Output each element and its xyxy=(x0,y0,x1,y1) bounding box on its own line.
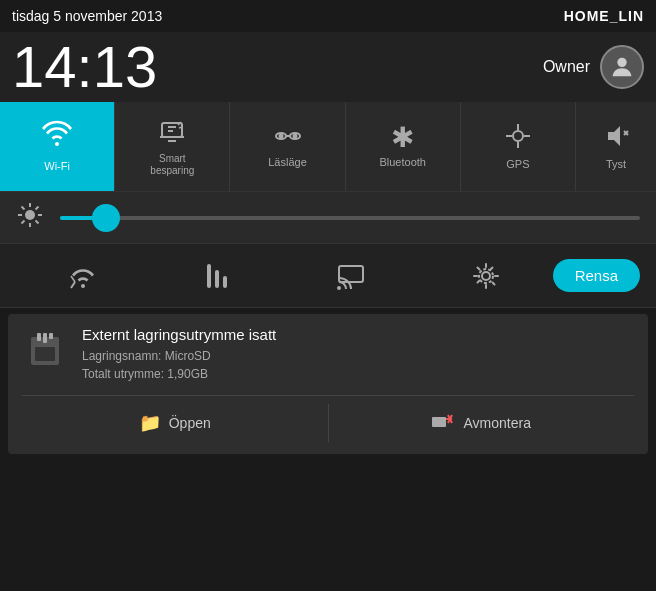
notification-sub2: Totalt utrymme: 1,90GB xyxy=(82,365,634,383)
cast-icon[interactable] xyxy=(284,244,418,307)
tyst-label: Tyst xyxy=(606,158,626,171)
brightness-row xyxy=(0,192,656,244)
qs-tile-gps[interactable]: GPS xyxy=(461,102,576,191)
quick-settings-row: Wi-Fi Smart besparing Läsläge xyxy=(0,102,656,192)
person-icon xyxy=(608,53,636,81)
svg-line-23 xyxy=(22,220,25,223)
svg-point-7 xyxy=(513,131,523,141)
settings-icon[interactable] xyxy=(418,244,552,307)
svg-marker-12 xyxy=(608,126,620,146)
brightness-thumb[interactable] xyxy=(92,204,120,232)
svg-rect-38 xyxy=(43,333,47,343)
owner-label: Owner xyxy=(543,58,590,76)
status-date: tisdag 5 november 2013 xyxy=(12,8,162,24)
svg-rect-37 xyxy=(37,333,41,341)
rensa-button[interactable]: Rensa xyxy=(553,259,640,292)
clock-display: 14:13 xyxy=(12,38,157,96)
notification-card: Externt lagringsutrymme isatt Lagringsna… xyxy=(8,314,648,454)
svg-rect-28 xyxy=(223,276,227,288)
qs-tile-wifi[interactable]: Wi-Fi xyxy=(0,102,115,191)
eject-icon xyxy=(432,413,456,434)
svg-line-21 xyxy=(36,220,39,223)
read-icon xyxy=(273,124,303,152)
notification-sub1: Lagringsnamn: MicroSD xyxy=(82,347,634,365)
owner-area: Owner xyxy=(543,45,644,89)
notification-top: Externt lagringsutrymme isatt Lagringsna… xyxy=(22,326,634,383)
brightness-icon xyxy=(16,201,44,235)
svg-line-22 xyxy=(36,206,39,209)
network-settings-icon[interactable] xyxy=(16,244,150,307)
status-home: HOME_LIN xyxy=(564,8,644,24)
audio-settings-icon[interactable] xyxy=(150,244,284,307)
open-label: Öppen xyxy=(169,415,211,431)
folder-icon: 📁 xyxy=(139,412,161,434)
qs-tile-tyst[interactable]: Tyst xyxy=(576,102,656,191)
qs-tile-bluetooth[interactable]: ✱ Bluetooth xyxy=(346,102,461,191)
svg-line-25 xyxy=(71,276,75,282)
notification-title: Externt lagringsutrymme isatt xyxy=(82,326,634,343)
lasläge-label: Läsläge xyxy=(268,156,307,169)
avatar[interactable] xyxy=(600,45,644,89)
unmount-label: Avmontera xyxy=(464,415,531,431)
bluetooth-icon: ✱ xyxy=(391,124,414,152)
sound-icon xyxy=(602,122,630,154)
bluetooth-label: Bluetooth xyxy=(379,156,425,169)
svg-rect-39 xyxy=(49,333,53,339)
svg-line-24 xyxy=(71,282,75,288)
svg-rect-41 xyxy=(432,417,446,427)
svg-point-34 xyxy=(482,272,490,280)
svg-rect-26 xyxy=(207,264,211,288)
svg-point-33 xyxy=(337,286,341,290)
svg-rect-40 xyxy=(35,347,55,361)
open-button[interactable]: 📁 Öppen xyxy=(22,404,329,442)
svg-point-6 xyxy=(293,134,296,137)
qs-tile-lasläge[interactable]: Läsläge xyxy=(230,102,345,191)
qs-tile-smart[interactable]: Smart besparing xyxy=(115,102,230,191)
notification-text: Externt lagringsutrymme isatt Lagringsna… xyxy=(82,326,634,383)
controls-row: Rensa xyxy=(0,244,656,308)
gps-icon xyxy=(504,122,532,154)
smart-label: Smart besparing xyxy=(150,153,194,177)
svg-point-5 xyxy=(279,134,282,137)
svg-point-15 xyxy=(25,210,35,220)
svg-point-0 xyxy=(617,58,626,67)
svg-line-20 xyxy=(22,206,25,209)
status-bar: tisdag 5 november 2013 HOME_LIN xyxy=(0,0,656,32)
unmount-button[interactable]: Avmontera xyxy=(329,404,635,442)
smart-icon xyxy=(158,117,186,149)
wifi-label: Wi-Fi xyxy=(44,160,70,173)
svg-rect-27 xyxy=(215,270,219,288)
sd-card-icon xyxy=(22,326,68,372)
wifi-icon xyxy=(41,120,73,156)
notification-actions: 📁 Öppen Avmontera xyxy=(22,395,634,442)
brightness-slider[interactable] xyxy=(60,216,640,220)
svg-rect-32 xyxy=(339,266,363,282)
clock-row: 14:13 Owner xyxy=(0,32,656,102)
gps-label: GPS xyxy=(506,158,529,171)
